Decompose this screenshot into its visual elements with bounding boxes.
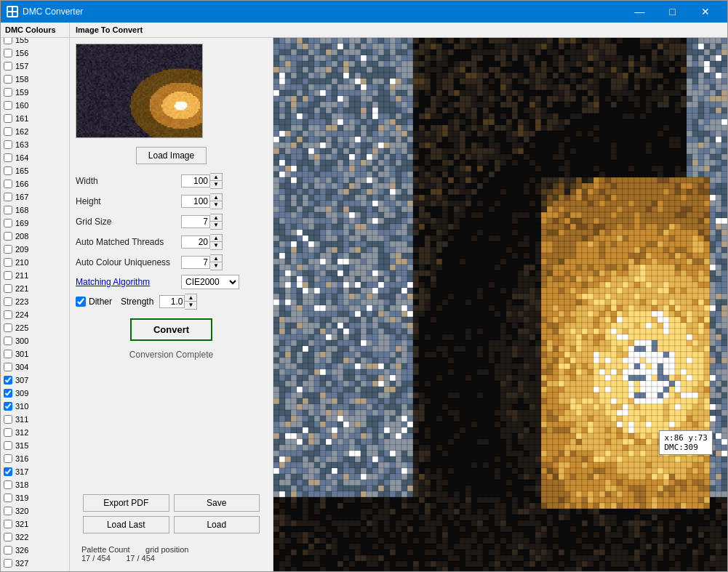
window-controls: — □ ✕ — [623, 1, 721, 23]
color-checkbox[interactable] — [4, 546, 12, 555]
width-up-btn[interactable]: ▲ — [210, 174, 222, 181]
color-checkbox[interactable] — [4, 206, 12, 214]
minimize-button[interactable]: — — [623, 1, 656, 23]
color-item: 310 — [1, 400, 69, 413]
color-checkbox[interactable] — [4, 441, 12, 450]
color-checkbox[interactable] — [4, 271, 12, 280]
color-checkbox[interactable] — [4, 402, 12, 411]
color-checkbox[interactable] — [4, 258, 12, 267]
color-checkbox[interactable] — [4, 75, 12, 84]
color-label: 158 — [15, 75, 28, 84]
width-down-btn[interactable]: ▼ — [210, 181, 222, 188]
color-checkbox[interactable] — [4, 350, 12, 358]
color-checkbox[interactable] — [4, 480, 12, 489]
color-checkbox[interactable] — [4, 140, 12, 149]
strength-input[interactable]: 1.0 — [159, 295, 185, 308]
color-checkbox[interactable] — [4, 38, 12, 44]
palette-info: Palette Count grid position 17 / 454 17 … — [76, 542, 267, 565]
color-label: 169 — [15, 219, 28, 227]
color-list[interactable]: 1501511521531541551561571581591601611621… — [1, 38, 69, 571]
color-checkbox[interactable] — [4, 428, 12, 437]
dither-checkbox[interactable] — [76, 297, 86, 307]
auto-matched-input[interactable]: 20 — [181, 235, 210, 249]
auto-colour-up-btn[interactable]: ▲ — [210, 255, 222, 262]
matching-algo-select[interactable]: CIE2000 CIE1994 Euclidean — [181, 275, 239, 289]
color-checkbox[interactable] — [4, 415, 12, 424]
convert-button[interactable]: Convert — [130, 318, 212, 341]
color-checkbox[interactable] — [4, 127, 12, 136]
color-label: 167 — [15, 193, 28, 201]
auto-colour-down-btn[interactable]: ▼ — [210, 262, 222, 270]
grid-size-down-btn[interactable]: ▼ — [210, 222, 222, 229]
load-image-button[interactable]: Load Image — [136, 147, 207, 164]
auto-matched-down-btn[interactable]: ▼ — [210, 242, 222, 249]
color-label: 319 — [15, 494, 28, 502]
color-checkbox[interactable] — [4, 101, 12, 110]
color-label: 165 — [15, 166, 28, 175]
color-checkbox[interactable] — [4, 337, 12, 345]
maximize-button[interactable]: □ — [656, 1, 689, 23]
color-label: 166 — [15, 180, 28, 188]
width-spinner-btns: ▲ ▼ — [210, 173, 223, 189]
color-label: 208 — [15, 232, 28, 241]
color-item: 208 — [1, 230, 69, 243]
color-item: 319 — [1, 491, 69, 504]
color-checkbox[interactable] — [4, 153, 12, 162]
matching-algo-link[interactable]: Matching Algorithm — [76, 277, 181, 287]
color-checkbox[interactable] — [4, 180, 12, 188]
cross-stitch-canvas[interactable] — [273, 38, 727, 571]
color-checkbox[interactable] — [4, 310, 12, 319]
load-last-button[interactable]: Load Last — [83, 516, 169, 533]
color-checkbox[interactable] — [4, 363, 12, 371]
color-checkbox[interactable] — [4, 376, 12, 384]
auto-matched-spinner: 20 ▲ ▼ — [181, 234, 223, 250]
color-checkbox[interactable] — [4, 166, 12, 175]
color-checkbox[interactable] — [4, 533, 12, 541]
load-button[interactable]: Load — [174, 516, 260, 533]
height-up-btn[interactable]: ▲ — [210, 194, 222, 201]
color-checkbox[interactable] — [4, 467, 12, 476]
color-item: 224 — [1, 308, 69, 321]
color-checkbox[interactable] — [4, 494, 12, 502]
width-input[interactable]: 100 — [181, 174, 210, 188]
color-item: 322 — [1, 531, 69, 544]
color-checkbox[interactable] — [4, 323, 12, 332]
color-item: 156 — [1, 47, 69, 60]
grid-size-input[interactable]: 7 — [181, 215, 210, 228]
color-checkbox[interactable] — [4, 507, 12, 515]
color-item: 164 — [1, 151, 69, 164]
color-item: 320 — [1, 504, 69, 517]
image-to-convert-header: Image To Convert — [70, 23, 727, 38]
auto-matched-up-btn[interactable]: ▲ — [210, 235, 222, 242]
color-checkbox[interactable] — [4, 389, 12, 398]
color-checkbox[interactable] — [4, 454, 12, 463]
color-checkbox[interactable] — [4, 284, 12, 293]
dmc-colours-panel: DMC Colours 1501511521531541551561571581… — [1, 23, 70, 571]
strength-up-btn[interactable]: ▲ — [185, 294, 196, 302]
color-checkbox[interactable] — [4, 559, 12, 568]
canvas-area[interactable]: x:86 y:73DMC:309 — [273, 38, 727, 571]
grid-size-up-btn[interactable]: ▲ — [210, 214, 222, 222]
color-label: 164 — [15, 153, 28, 162]
content-area: DMC Colours 1501511521531541551561571581… — [1, 23, 727, 571]
color-checkbox[interactable] — [4, 297, 12, 306]
color-checkbox[interactable] — [4, 49, 12, 57]
grid-size-spinner: 7 ▲ ▼ — [181, 214, 223, 230]
height-input[interactable]: 100 — [181, 195, 210, 208]
export-pdf-button[interactable]: Export PDF — [83, 494, 169, 512]
color-checkbox[interactable] — [4, 245, 12, 254]
color-checkbox[interactable] — [4, 232, 12, 241]
save-button[interactable]: Save — [174, 494, 260, 512]
color-checkbox[interactable] — [4, 114, 12, 123]
color-checkbox[interactable] — [4, 88, 12, 97]
height-down-btn[interactable]: ▼ — [210, 201, 222, 209]
color-item: 312 — [1, 426, 69, 439]
color-checkbox[interactable] — [4, 520, 12, 528]
color-checkbox[interactable] — [4, 219, 12, 227]
close-button[interactable]: ✕ — [689, 1, 721, 23]
auto-colour-input[interactable]: 7 — [181, 256, 210, 269]
height-spinner: 100 ▲ ▼ — [181, 193, 223, 209]
color-checkbox[interactable] — [4, 62, 12, 71]
strength-down-btn[interactable]: ▼ — [185, 302, 196, 309]
color-checkbox[interactable] — [4, 193, 12, 201]
